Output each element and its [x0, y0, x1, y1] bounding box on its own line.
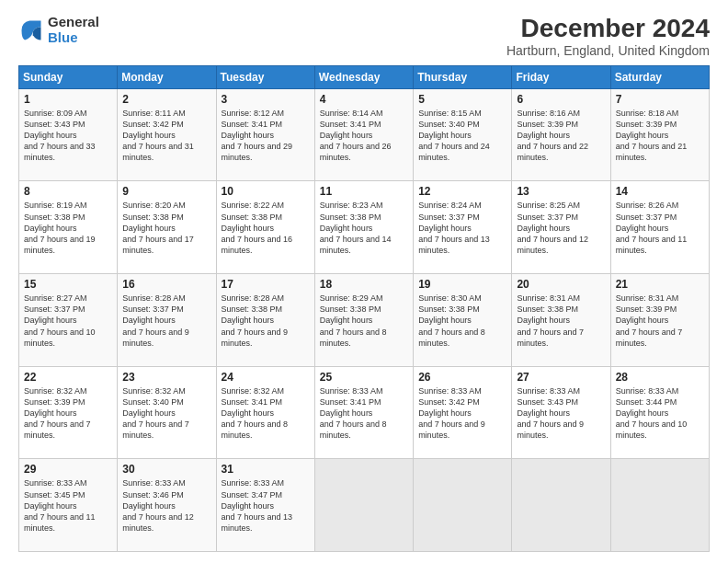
calendar-cell	[512, 459, 610, 552]
cell-info: Sunrise: 8:27 AM Sunset: 3:37 PM Dayligh…	[24, 293, 112, 349]
col-saturday: Saturday	[610, 65, 709, 88]
main-title: December 2024	[506, 15, 710, 43]
day-number: 5	[418, 93, 506, 106]
subtitle: Hartburn, England, United Kingdom	[506, 43, 710, 58]
calendar-cell: 26 Sunrise: 8:33 AM Sunset: 3:42 PM Dayl…	[414, 366, 512, 459]
day-number: 30	[122, 463, 210, 476]
calendar-cell: 28 Sunrise: 8:33 AM Sunset: 3:44 PM Dayl…	[610, 366, 709, 459]
logo-blue-text: Blue	[48, 30, 99, 46]
calendar-cell: 16 Sunrise: 8:28 AM Sunset: 3:37 PM Dayl…	[118, 274, 216, 367]
calendar-cell	[314, 459, 413, 552]
day-number: 2	[122, 93, 210, 106]
calendar-cell: 20 Sunrise: 8:31 AM Sunset: 3:38 PM Dayl…	[512, 274, 610, 367]
calendar-cell	[610, 459, 709, 552]
cell-info: Sunrise: 8:22 AM Sunset: 3:38 PM Dayligh…	[222, 200, 310, 256]
day-number: 20	[517, 278, 605, 291]
calendar-cell: 6 Sunrise: 8:16 AM Sunset: 3:39 PM Dayli…	[512, 88, 610, 181]
calendar-cell: 5 Sunrise: 8:15 AM Sunset: 3:40 PM Dayli…	[414, 88, 512, 181]
day-number: 24	[222, 371, 310, 384]
calendar-cell	[414, 459, 512, 552]
cell-info: Sunrise: 8:32 AM Sunset: 3:39 PM Dayligh…	[24, 385, 112, 442]
calendar-cell: 4 Sunrise: 8:14 AM Sunset: 3:41 PM Dayli…	[314, 88, 413, 181]
calendar-cell: 1 Sunrise: 8:09 AM Sunset: 3:43 PM Dayli…	[19, 88, 118, 181]
col-tuesday: Tuesday	[216, 65, 314, 88]
day-number: 28	[616, 371, 704, 384]
day-number: 31	[222, 463, 310, 476]
day-number: 4	[320, 93, 408, 106]
day-number: 10	[222, 185, 310, 198]
calendar-cell: 2 Sunrise: 8:11 AM Sunset: 3:42 PM Dayli…	[118, 88, 216, 181]
cell-info: Sunrise: 8:28 AM Sunset: 3:38 PM Dayligh…	[222, 293, 310, 349]
day-number: 11	[320, 185, 408, 198]
cell-info: Sunrise: 8:19 AM Sunset: 3:38 PM Dayligh…	[24, 200, 112, 256]
col-sunday: Sunday	[19, 65, 118, 88]
calendar-cell: 29 Sunrise: 8:33 AM Sunset: 3:45 PM Dayl…	[19, 459, 118, 552]
cell-info: Sunrise: 8:18 AM Sunset: 3:39 PM Dayligh…	[616, 108, 704, 164]
cell-info: Sunrise: 8:26 AM Sunset: 3:37 PM Dayligh…	[616, 200, 704, 256]
cell-info: Sunrise: 8:16 AM Sunset: 3:39 PM Dayligh…	[517, 108, 605, 164]
day-number: 12	[418, 185, 506, 198]
day-number: 16	[122, 278, 210, 291]
calendar-week-5: 29 Sunrise: 8:33 AM Sunset: 3:45 PM Dayl…	[19, 459, 710, 552]
col-wednesday: Wednesday	[314, 65, 413, 88]
cell-info: Sunrise: 8:31 AM Sunset: 3:39 PM Dayligh…	[616, 293, 704, 349]
day-number: 21	[616, 278, 704, 291]
cell-info: Sunrise: 8:09 AM Sunset: 3:43 PM Dayligh…	[24, 108, 112, 164]
calendar-cell: 24 Sunrise: 8:32 AM Sunset: 3:41 PM Dayl…	[216, 366, 314, 459]
calendar-cell: 23 Sunrise: 8:32 AM Sunset: 3:40 PM Dayl…	[118, 366, 216, 459]
cell-info: Sunrise: 8:11 AM Sunset: 3:42 PM Dayligh…	[122, 108, 210, 164]
calendar-cell: 7 Sunrise: 8:18 AM Sunset: 3:39 PM Dayli…	[610, 88, 709, 181]
cell-info: Sunrise: 8:14 AM Sunset: 3:41 PM Dayligh…	[320, 108, 408, 164]
logo-general-text: General	[48, 15, 99, 30]
cell-info: Sunrise: 8:31 AM Sunset: 3:38 PM Dayligh…	[517, 293, 605, 349]
day-number: 19	[418, 278, 506, 291]
day-number: 25	[320, 371, 408, 384]
day-number: 1	[24, 93, 112, 106]
page: General Blue December 2024 Hartburn, Eng…	[0, 0, 728, 563]
calendar-cell: 17 Sunrise: 8:28 AM Sunset: 3:38 PM Dayl…	[216, 274, 314, 367]
calendar-cell: 8 Sunrise: 8:19 AM Sunset: 3:38 PM Dayli…	[19, 181, 118, 274]
calendar-cell: 3 Sunrise: 8:12 AM Sunset: 3:41 PM Dayli…	[216, 88, 314, 181]
calendar-header: Sunday Monday Tuesday Wednesday Thursday…	[19, 65, 710, 88]
day-number: 7	[616, 93, 704, 106]
day-number: 6	[517, 93, 605, 106]
logo-text: General Blue	[48, 15, 99, 45]
day-number: 9	[122, 185, 210, 198]
calendar-cell: 19 Sunrise: 8:30 AM Sunset: 3:38 PM Dayl…	[414, 274, 512, 367]
calendar-cell: 18 Sunrise: 8:29 AM Sunset: 3:38 PM Dayl…	[314, 274, 413, 367]
calendar-cell: 13 Sunrise: 8:25 AM Sunset: 3:37 PM Dayl…	[512, 181, 610, 274]
calendar-cell: 9 Sunrise: 8:20 AM Sunset: 3:38 PM Dayli…	[118, 181, 216, 274]
cell-info: Sunrise: 8:28 AM Sunset: 3:37 PM Dayligh…	[122, 293, 210, 349]
cell-info: Sunrise: 8:32 AM Sunset: 3:41 PM Dayligh…	[222, 385, 310, 442]
day-number: 23	[122, 371, 210, 384]
logo-icon	[18, 17, 44, 43]
cell-info: Sunrise: 8:15 AM Sunset: 3:40 PM Dayligh…	[418, 108, 506, 164]
cell-info: Sunrise: 8:23 AM Sunset: 3:38 PM Dayligh…	[320, 200, 408, 256]
calendar-cell: 15 Sunrise: 8:27 AM Sunset: 3:37 PM Dayl…	[19, 274, 118, 367]
cell-info: Sunrise: 8:30 AM Sunset: 3:38 PM Dayligh…	[418, 293, 506, 349]
logo: General Blue	[18, 15, 99, 45]
cell-info: Sunrise: 8:29 AM Sunset: 3:38 PM Dayligh…	[320, 293, 408, 349]
day-number: 22	[24, 371, 112, 384]
cell-info: Sunrise: 8:20 AM Sunset: 3:38 PM Dayligh…	[122, 200, 210, 256]
calendar-cell: 22 Sunrise: 8:32 AM Sunset: 3:39 PM Dayl…	[19, 366, 118, 459]
day-number: 18	[320, 278, 408, 291]
header-row: Sunday Monday Tuesday Wednesday Thursday…	[19, 65, 710, 88]
col-monday: Monday	[118, 65, 216, 88]
calendar-body: 1 Sunrise: 8:09 AM Sunset: 3:43 PM Dayli…	[19, 88, 710, 551]
calendar-cell: 25 Sunrise: 8:33 AM Sunset: 3:41 PM Dayl…	[314, 366, 413, 459]
cell-info: Sunrise: 8:25 AM Sunset: 3:37 PM Dayligh…	[517, 200, 605, 256]
day-number: 8	[24, 185, 112, 198]
cell-info: Sunrise: 8:33 AM Sunset: 3:45 PM Dayligh…	[24, 477, 112, 534]
cell-info: Sunrise: 8:33 AM Sunset: 3:43 PM Dayligh…	[517, 385, 605, 442]
day-number: 15	[24, 278, 112, 291]
day-number: 3	[222, 93, 310, 106]
day-number: 17	[222, 278, 310, 291]
calendar-cell: 10 Sunrise: 8:22 AM Sunset: 3:38 PM Dayl…	[216, 181, 314, 274]
calendar-cell: 27 Sunrise: 8:33 AM Sunset: 3:43 PM Dayl…	[512, 366, 610, 459]
col-friday: Friday	[512, 65, 610, 88]
cell-info: Sunrise: 8:33 AM Sunset: 3:41 PM Dayligh…	[320, 385, 408, 442]
calendar-cell: 31 Sunrise: 8:33 AM Sunset: 3:47 PM Dayl…	[216, 459, 314, 552]
calendar-cell: 12 Sunrise: 8:24 AM Sunset: 3:37 PM Dayl…	[414, 181, 512, 274]
calendar-cell: 30 Sunrise: 8:33 AM Sunset: 3:46 PM Dayl…	[118, 459, 216, 552]
